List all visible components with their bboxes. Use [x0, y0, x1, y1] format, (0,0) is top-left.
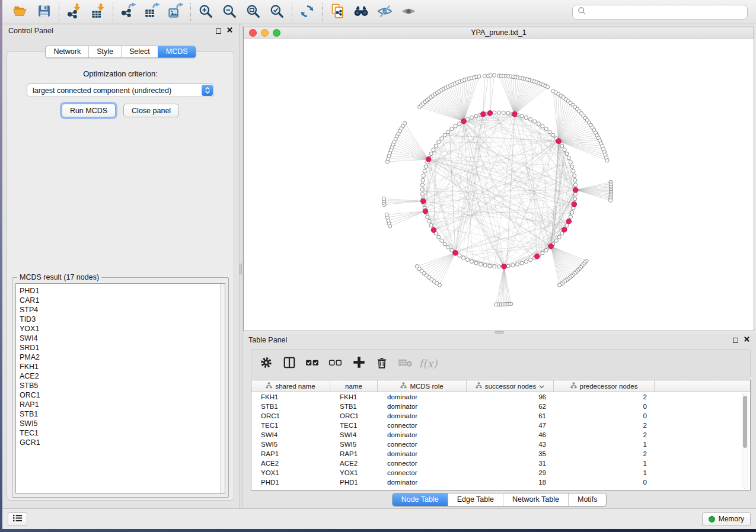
graph-node[interactable] — [524, 116, 528, 119]
table-row[interactable]: SWI4SWI4dominator462 — [251, 430, 750, 440]
graph-node[interactable] — [497, 265, 500, 268]
tab-edge-table[interactable]: Edge Table — [448, 493, 503, 506]
show-all-button[interactable] — [397, 1, 420, 23]
mcds-result-item[interactable]: CAR1 — [20, 296, 225, 305]
graph-node[interactable] — [572, 169, 575, 173]
clone-network-button[interactable] — [326, 1, 349, 23]
graph-hub-node[interactable] — [426, 157, 431, 162]
graph-node[interactable] — [506, 264, 510, 268]
graph-node[interactable] — [474, 261, 478, 265]
graph-node[interactable] — [424, 165, 428, 168]
graph-node[interactable] — [565, 152, 569, 155]
graph-node[interactable] — [440, 239, 444, 242]
graph-node[interactable] — [483, 74, 486, 78]
run-mcds-button[interactable]: Run MCDS — [62, 104, 116, 117]
graph-hub-node[interactable] — [487, 111, 493, 116]
graph-hub-node[interactable] — [548, 243, 554, 249]
graph-node[interactable] — [454, 124, 457, 128]
column-header-shared-name[interactable]: shared name — [251, 380, 330, 392]
graph-node[interactable] — [506, 111, 510, 115]
table-row[interactable]: ORC1ORC1dominator610 — [251, 411, 750, 421]
graph-node[interactable] — [420, 193, 424, 196]
save-button[interactable] — [32, 1, 56, 23]
graph-hub-node[interactable] — [566, 219, 572, 224]
graph-node[interactable] — [511, 264, 515, 267]
table-scrollbar[interactable] — [742, 393, 748, 489]
mcds-result-item[interactable]: STP4 — [20, 305, 225, 315]
graph-node[interactable] — [573, 193, 577, 196]
table-row[interactable]: TEC1TEC1connector472 — [251, 421, 750, 430]
graph-node[interactable] — [403, 121, 407, 125]
find-button[interactable] — [349, 1, 373, 23]
graph-node[interactable] — [423, 169, 426, 173]
mcds-result-item[interactable]: GCR1 — [20, 438, 225, 447]
graph-node[interactable] — [548, 130, 551, 134]
close-panel-icon[interactable] — [744, 336, 750, 344]
graph-node[interactable] — [520, 261, 524, 265]
graph-node[interactable] — [429, 223, 433, 227]
mcds-result-list[interactable]: PHD1CAR1STP4TID3YOX1SWI4SRD1PMA2FKH1ACE2… — [15, 283, 225, 493]
graph-node[interactable] — [443, 242, 446, 246]
table-row[interactable]: SWI5SWI5connector431 — [251, 440, 750, 449]
column-header-successor-nodes[interactable]: successor nodes — [467, 380, 554, 392]
graph-node[interactable] — [570, 211, 574, 214]
table-row[interactable]: YOX1YOX1connector291 — [251, 468, 750, 477]
mcds-result-item[interactable]: PHD1 — [20, 286, 225, 296]
apply-layout-button[interactable] — [295, 1, 319, 23]
split-panel-button[interactable] — [280, 353, 298, 373]
graph-node[interactable] — [532, 120, 536, 123]
graph-node[interactable] — [493, 265, 496, 268]
export-image-button[interactable] — [164, 1, 187, 23]
graph-node[interactable] — [494, 303, 497, 306]
graph-node[interactable] — [544, 248, 548, 252]
graph-node[interactable] — [492, 73, 496, 77]
tab-mcds[interactable]: MCDS — [158, 46, 196, 57]
panel-list-button[interactable] — [8, 512, 27, 526]
graph-node[interactable] — [493, 111, 496, 114]
splitter-grip[interactable] — [240, 264, 242, 274]
graph-node[interactable] — [488, 264, 492, 268]
graph-node[interactable] — [415, 264, 419, 268]
graph-node[interactable] — [557, 283, 561, 287]
table-settings-button[interactable] — [257, 353, 275, 373]
graph-node[interactable] — [497, 111, 500, 114]
graph-node[interactable] — [502, 111, 505, 114]
graph-node[interactable] — [421, 178, 425, 182]
mcds-result-item[interactable]: ACE2 — [20, 371, 225, 381]
tab-network-table[interactable]: Network Table — [503, 493, 568, 506]
graph-node[interactable] — [544, 127, 548, 131]
graph-hub-node[interactable] — [481, 111, 486, 117]
zoom-in-button[interactable] — [194, 1, 218, 23]
graph-node[interactable] — [470, 259, 474, 263]
graph-node[interactable] — [573, 197, 577, 201]
graph-hub-node[interactable] — [420, 198, 426, 204]
graph-hub-node[interactable] — [453, 251, 458, 256]
mcds-result-item[interactable]: SRD1 — [20, 343, 225, 352]
graph-node[interactable] — [446, 130, 450, 134]
table-row[interactable]: RAP1RAP1dominator352 — [251, 449, 750, 459]
column-header-predecessor-nodes[interactable]: predecessor nodes — [554, 380, 655, 392]
graph-node[interactable] — [524, 259, 528, 263]
open-file-button[interactable] — [8, 1, 32, 23]
zoom-selected-button[interactable] — [265, 1, 289, 23]
graph-hub-node[interactable] — [534, 254, 540, 259]
add-column-button[interactable] — [350, 353, 368, 373]
graph-node[interactable] — [573, 178, 577, 182]
apply-function-button[interactable]: f(x) — [419, 353, 437, 373]
graph-node[interactable] — [450, 127, 454, 131]
graph-node[interactable] — [551, 133, 555, 137]
graph-hub-node[interactable] — [512, 111, 518, 117]
graph-node[interactable] — [528, 258, 532, 261]
table-row[interactable]: ACE2ACE2connector311 — [251, 459, 750, 468]
graph-node[interactable] — [470, 116, 474, 119]
mcds-result-item[interactable]: TEC1 — [20, 428, 225, 438]
graph-node[interactable] — [437, 235, 441, 239]
zoom-out-button[interactable] — [218, 1, 241, 23]
graph-node[interactable] — [429, 152, 433, 155]
graph-node[interactable] — [426, 215, 429, 219]
mcds-result-item[interactable]: PMA2 — [20, 352, 225, 362]
graph-node[interactable] — [465, 258, 469, 261]
table-row[interactable]: FKH1FKH1dominator962 — [251, 392, 750, 402]
search-input[interactable] — [590, 7, 742, 17]
graph-node[interactable] — [461, 256, 465, 259]
